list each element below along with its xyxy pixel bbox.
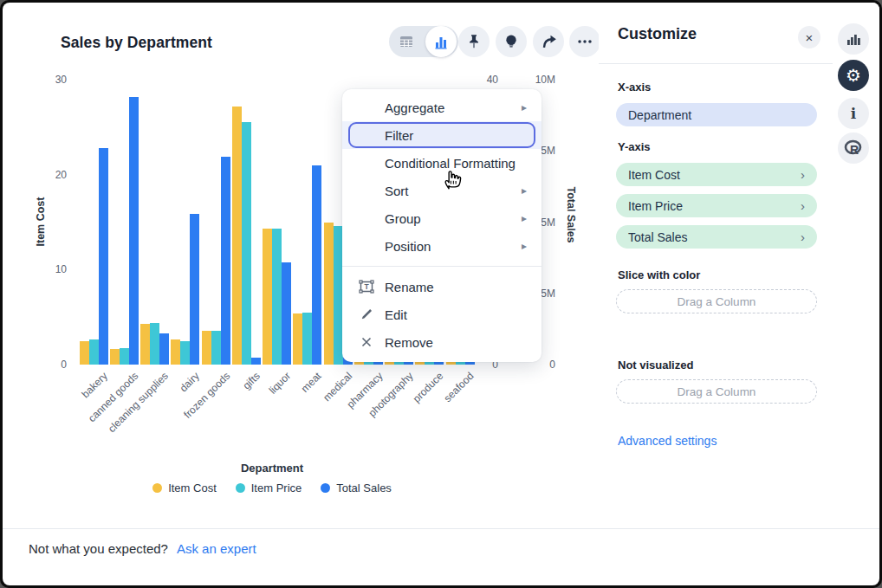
bar-frozen-goods-item-price[interactable]	[211, 331, 221, 365]
not-visualized-dropzone[interactable]: Drag a Column	[616, 379, 817, 404]
slice-dropzone[interactable]: Drag a Column	[616, 289, 817, 313]
menu-item-remove[interactable]: Remove	[342, 328, 542, 356]
insight-button[interactable]	[496, 26, 527, 57]
bar-bakery-item-cost[interactable]	[80, 341, 89, 365]
bar-gifts-item-cost[interactable]	[232, 107, 242, 365]
footer: Not what you expected? Ask an expert	[29, 541, 256, 556]
bar-pharmacy-item-cost[interactable]	[354, 362, 364, 365]
chart-type-button[interactable]	[838, 23, 869, 55]
ask-an-expert-link[interactable]: Ask an expert	[177, 541, 256, 556]
bar-dairy-item-price[interactable]	[180, 341, 190, 365]
info-button[interactable]: i	[838, 98, 869, 129]
menu-item-rename[interactable]: TRename	[342, 273, 542, 300]
bar-cleaning-supplies-item-price[interactable]	[150, 323, 159, 365]
bar-bakery-total-sales[interactable]	[99, 148, 108, 365]
bar-frozen-goods-total-sales[interactable]	[221, 157, 230, 365]
edit-pencil-icon	[359, 307, 374, 322]
bar-dairy-total-sales[interactable]	[190, 214, 199, 365]
bar-seafood-item-price[interactable]	[456, 362, 465, 365]
menu-item-group[interactable]: Group▸	[342, 204, 542, 232]
bar-seafood-total-sales[interactable]	[465, 362, 475, 365]
bar-photography-item-price[interactable]	[394, 362, 404, 365]
bar-meat-item-price[interactable]	[302, 313, 312, 365]
settings-gear-button[interactable]: ⚙	[838, 60, 869, 91]
menu-item-label: Group	[385, 211, 421, 226]
bar-dairy-item-cost[interactable]	[171, 339, 180, 365]
menu-item-label: Filter	[385, 128, 413, 143]
x-label-gifts: gifts	[241, 370, 263, 391]
context-menu: Aggregate▸Filter Conditional FormattingS…	[342, 89, 542, 362]
advanced-settings-link[interactable]: Advanced settings	[618, 434, 717, 448]
bar-pharmacy-total-sales[interactable]	[373, 362, 383, 365]
legend-item-total-sales[interactable]: Total Sales	[321, 481, 392, 494]
bar-canned-goods-item-cost[interactable]	[110, 349, 120, 365]
bar-gifts-item-price[interactable]	[242, 122, 251, 365]
menu-item-edit[interactable]: Edit	[342, 300, 542, 328]
bar-medical-item-price[interactable]	[334, 226, 343, 365]
view-toggle[interactable]	[389, 26, 458, 57]
tick-item_cost-20: 20	[29, 170, 67, 180]
x-axis-pill-label: Department	[628, 108, 691, 122]
slice-dropzone-placeholder: Drag a Column	[678, 295, 756, 308]
tick-total_sales-10m: 10M	[517, 74, 555, 85]
bar-meat-item-cost[interactable]	[293, 313, 302, 365]
menu-item-label: Edit	[385, 307, 407, 322]
menu-item-position[interactable]: Position▸	[342, 232, 542, 260]
bar-produce-item-price[interactable]	[425, 362, 434, 365]
slice-with-color-label: Slice with color	[618, 268, 700, 281]
bar-photography-item-cost[interactable]	[385, 362, 394, 365]
more-button[interactable]	[569, 26, 600, 57]
tick-item_cost-0: 0	[29, 359, 67, 370]
bar-liquor-item-cost[interactable]	[263, 229, 272, 365]
menu-item-filter[interactable]: Filter	[342, 121, 542, 149]
bar-canned-goods-item-price[interactable]	[120, 348, 129, 365]
bar-seafood-item-cost[interactable]	[446, 362, 456, 365]
bar-meat-total-sales[interactable]	[312, 165, 321, 365]
legend-dot-item-price	[236, 483, 245, 493]
legend-item-item-price[interactable]: Item Price	[236, 481, 302, 494]
bar-produce-total-sales[interactable]	[434, 362, 444, 365]
y-axis-pill-item-price[interactable]: Item Price›	[616, 194, 817, 217]
tick-item_cost-10: 10	[29, 264, 67, 275]
bar-liquor-total-sales[interactable]	[282, 262, 291, 365]
share-button[interactable]	[533, 26, 564, 57]
menu-item-label: Position	[385, 239, 431, 254]
menu-item-aggregate[interactable]: Aggregate▸	[342, 94, 542, 121]
legend-dot-item-cost	[152, 483, 162, 493]
bar-photography-total-sales[interactable]	[404, 362, 413, 365]
bar-gifts-total-sales[interactable]	[251, 358, 261, 365]
bar-chart-view-icon[interactable]	[425, 26, 457, 57]
share-arrow-icon	[539, 32, 558, 51]
chevron-right-icon[interactable]: ›	[801, 229, 805, 244]
y-axis-pill-total-sales[interactable]: Total Sales›	[616, 225, 817, 249]
pin-button[interactable]	[458, 26, 490, 57]
panel-divider	[599, 63, 833, 64]
chevron-right-icon[interactable]: ›	[801, 198, 805, 213]
bar-liquor-item-price[interactable]	[272, 229, 282, 365]
legend-label: Item Cost	[168, 481, 217, 494]
bar-medical-item-cost[interactable]	[324, 223, 334, 365]
footer-divider	[3, 528, 879, 529]
table-view-icon[interactable]	[389, 26, 424, 57]
bar-cleaning-supplies-total-sales[interactable]	[159, 333, 169, 365]
x-label-produce: produce	[411, 370, 446, 405]
legend-item-item-cost[interactable]: Item Cost	[152, 481, 217, 494]
bar-pharmacy-item-price[interactable]	[364, 362, 373, 365]
y-axis-pill-label: Item Cost	[628, 168, 680, 182]
bar-frozen-goods-item-cost[interactable]	[202, 331, 211, 365]
close-icon[interactable]: ×	[798, 26, 820, 48]
legend-label: Total Sales	[336, 481, 392, 494]
bar-cleaning-supplies-item-cost[interactable]	[140, 324, 150, 365]
chevron-right-icon[interactable]: ›	[801, 167, 805, 182]
x-axis-pill-department[interactable]: Department	[616, 103, 817, 126]
bar-produce-item-cost[interactable]	[415, 362, 425, 365]
bar-canned-goods-total-sales[interactable]	[129, 97, 139, 365]
not-visualized-placeholder: Drag a Column	[678, 385, 756, 398]
submenu-arrow-icon: ▸	[522, 240, 527, 252]
legend-title: Department	[3, 462, 542, 475]
bar-bakery-item-price[interactable]	[89, 339, 99, 365]
footer-question: Not what you expected?	[29, 541, 168, 556]
r-logo-button[interactable]: R	[838, 132, 869, 164]
tick-item_cost-30: 30	[29, 74, 67, 85]
y-axis-pill-item-cost[interactable]: Item Cost›	[616, 163, 817, 186]
